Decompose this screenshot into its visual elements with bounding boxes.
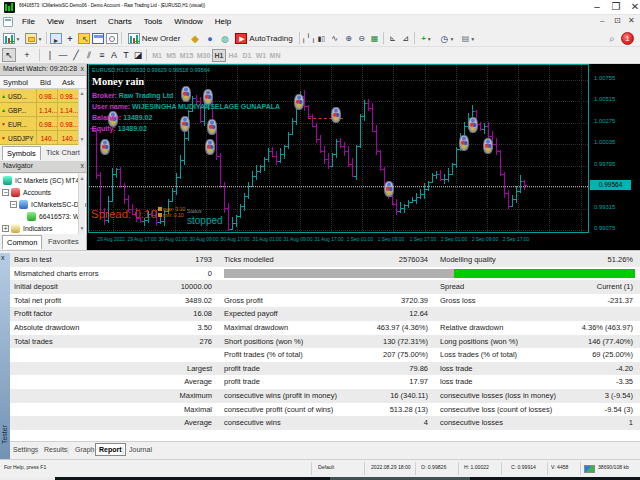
- tab-common[interactable]: Common: [2, 235, 42, 249]
- expert-advisors-button[interactable]: ◆: [188, 31, 202, 46]
- maximize-button[interactable]: ❐: [607, 0, 625, 14]
- navigator-close-icon[interactable]: x: [81, 162, 85, 169]
- report-label: Loss trades (% of total): [440, 350, 517, 359]
- navigator-scrollbar[interactable]: ▲▼: [78, 174, 85, 234]
- price-bar: [276, 151, 277, 165]
- zoom-window-button[interactable]: [105, 31, 119, 46]
- overlay-title: Money rain: [92, 76, 144, 87]
- child-close-button[interactable]: ✕: [628, 16, 635, 25]
- trendline-button[interactable]: ╱: [69, 48, 83, 62]
- open-tick: [310, 116, 312, 117]
- collapse-icon[interactable]: −: [2, 189, 9, 196]
- tester-tab-graph[interactable]: Graph: [72, 444, 97, 455]
- minimize-button[interactable]: –: [588, 0, 606, 14]
- expand-icon[interactable]: +: [2, 225, 9, 232]
- menu-items: FileViewInsertChartsToolsWindowHelp: [16, 15, 237, 30]
- menu-file[interactable]: File: [16, 15, 41, 30]
- bar-chart-mode-button[interactable]: ╷╵╷: [302, 31, 315, 46]
- child-restore-button[interactable]: ⊡: [614, 16, 621, 25]
- tester-tab-report[interactable]: Report: [95, 443, 126, 456]
- column-symbol[interactable]: Symbol: [3, 78, 28, 87]
- timeframe-m5[interactable]: M5: [164, 49, 178, 62]
- menu-window[interactable]: Window: [168, 15, 208, 30]
- price-bar: [424, 183, 425, 199]
- chart-plot[interactable]: EURUSD,H1 0.99530 0.99629 0.99518 0.9956…: [88, 64, 589, 233]
- horizontal-line-button[interactable]: —: [56, 48, 70, 62]
- notifications-badge[interactable]: 1: [621, 32, 634, 45]
- crosshair-tool-button[interactable]: +: [20, 48, 34, 62]
- navigator-item-ic-markets-sc-mt4[interactable]: IC Markets (SC) MT4: [0, 175, 86, 187]
- status-profile[interactable]: Default: [318, 465, 334, 470]
- tab-symbols[interactable]: Symbols: [2, 146, 41, 160]
- community-button[interactable]: ◍: [218, 31, 232, 46]
- report-value: 3 (-9.54): [605, 391, 633, 400]
- open-tick: [446, 179, 448, 180]
- money-bag-icon: [384, 181, 394, 197]
- periods-button[interactable]: ◷▼: [438, 31, 457, 46]
- market-watch-row[interactable]: ▲GBP...1.14...1.14...: [0, 103, 79, 117]
- report-value: 10000.00: [181, 282, 212, 291]
- timeframe-h1[interactable]: H1: [212, 49, 226, 62]
- timeframe-mn[interactable]: MN: [268, 49, 282, 62]
- tester-tab-journal[interactable]: Journal: [126, 444, 155, 455]
- cursor-tool-button[interactable]: ↖: [2, 48, 16, 62]
- tester-close-icon[interactable]: x: [1, 254, 5, 261]
- timeframe-m15[interactable]: M15: [178, 49, 195, 62]
- chart-area[interactable]: EURUSD,H1 0.99530 0.99629 0.99518 0.9956…: [87, 64, 640, 250]
- data-window-button[interactable]: [91, 31, 105, 46]
- market-watch-row[interactable]: ▼EUR...0.98...0.98...: [0, 117, 79, 131]
- chart-window2-button[interactable]: ⊿: [399, 31, 412, 46]
- chart-window-button[interactable]: ⊾: [386, 31, 399, 46]
- column-ask[interactable]: Ask: [62, 78, 75, 87]
- timeframe-d1[interactable]: D1: [240, 49, 254, 62]
- child-minimize-button[interactable]: –: [600, 16, 604, 25]
- tab-favorites[interactable]: Favorites: [44, 235, 83, 248]
- tester-tab-results[interactable]: Results: [41, 444, 70, 455]
- templates-button[interactable]: ▤▼: [459, 31, 478, 46]
- market-watch-scrollbar[interactable]: ▲▼: [78, 89, 85, 145]
- timeframe-w1[interactable]: W1: [254, 49, 268, 62]
- cursor-mode-button[interactable]: ↖: [77, 31, 91, 46]
- autotrading-button[interactable]: ▶AutoTrading: [233, 31, 295, 46]
- zoom-out-button[interactable]: ⊖: [355, 31, 368, 46]
- market-watch-row[interactable]: ▲USD...0.98...0.98...: [0, 89, 79, 103]
- price-bar: [120, 167, 121, 188]
- new-order-button[interactable]: +New Order: [124, 31, 184, 46]
- vertical-line-button[interactable]: |: [43, 48, 57, 62]
- navigator-item-66416573-wu[interactable]: 66416573: WU: [0, 211, 86, 223]
- menu-tools[interactable]: Tools: [138, 15, 169, 30]
- market-watch-close-icon[interactable]: x: [81, 65, 85, 72]
- timeframe-h4[interactable]: H4: [226, 49, 240, 62]
- navigator-item-accounts[interactable]: −Accounts: [0, 187, 86, 199]
- market-watch-row[interactable]: ▼USDJPY140...140...: [0, 131, 79, 145]
- timeframe-m1[interactable]: M1: [150, 49, 164, 62]
- crosshair-button[interactable]: +: [63, 31, 77, 46]
- navigator-item-icmarketssc-den[interactable]: −ICMarketsSC-Den: [0, 199, 86, 211]
- report-value: 146 (77.40%): [588, 337, 633, 346]
- open-tick: [422, 194, 424, 195]
- menu-insert[interactable]: Insert: [70, 15, 102, 30]
- close-button[interactable]: ✕: [626, 0, 640, 14]
- shapes-button[interactable]: ◪: [131, 48, 145, 62]
- menu-view[interactable]: View: [41, 15, 70, 30]
- open-tick: [170, 201, 172, 202]
- line-chart-mode-button[interactable]: ∿: [328, 31, 341, 46]
- profiles-button[interactable]: ▼: [23, 31, 44, 46]
- candlestick-mode-button[interactable]: ▮▯: [315, 31, 328, 46]
- new-chart-button[interactable]: +▼: [1, 31, 22, 46]
- open-tick: [414, 200, 416, 201]
- menu-help[interactable]: Help: [209, 15, 237, 30]
- collapse-icon[interactable]: −: [10, 201, 17, 208]
- timeframe-m30[interactable]: M30: [195, 49, 212, 62]
- indicators-button[interactable]: +▼: [417, 31, 436, 46]
- chart-shift-button[interactable]: ▸: [49, 31, 63, 46]
- mql-profile-button[interactable]: ●: [203, 31, 217, 46]
- channel-button[interactable]: ⫽: [82, 48, 96, 62]
- search-icon[interactable]: ⌕: [604, 31, 620, 46]
- tab-tick-chart[interactable]: Tick Chart: [42, 146, 84, 159]
- tile-windows-button[interactable]: ▦: [368, 31, 381, 46]
- zoom-in-button[interactable]: ⊕: [342, 31, 355, 46]
- report-value: -4.20: [616, 364, 633, 373]
- menu-charts[interactable]: Charts: [102, 15, 138, 30]
- column-bid[interactable]: Bid: [40, 78, 51, 87]
